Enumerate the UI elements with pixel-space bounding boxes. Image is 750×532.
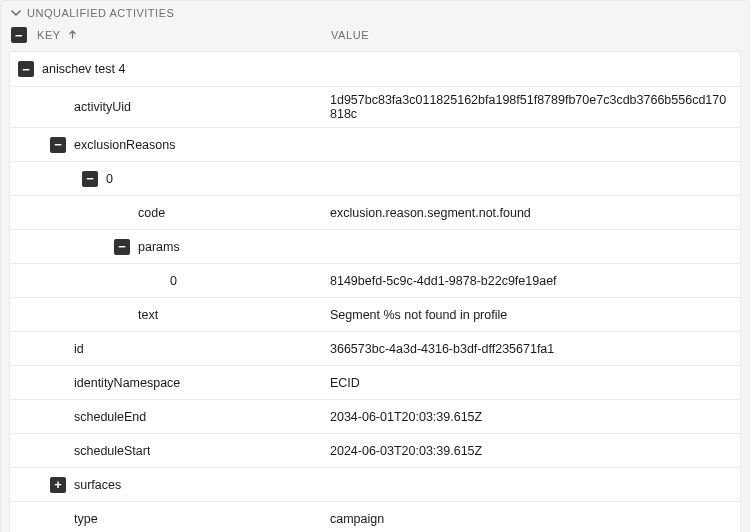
value-cell: 2024-06-03T20:03:39.615Z — [330, 444, 740, 458]
toggle-spacer — [50, 511, 66, 527]
section-header[interactable]: UNQUALIFIED ACTIVITIES — [1, 1, 749, 23]
key-cell: activityUid — [10, 99, 330, 115]
key-cell: type — [10, 511, 330, 527]
tree-view: anischev test 4activityUid1d957bc83fa3c0… — [9, 51, 741, 532]
key-cell: scheduleEnd — [10, 409, 330, 425]
toggle-spacer — [50, 341, 66, 357]
value-cell: 366573bc-4a3d-4316-b3df-dff235671fa1 — [330, 342, 740, 356]
collapse-toggle[interactable] — [50, 137, 66, 153]
key-label: activityUid — [74, 100, 131, 114]
column-header-row: KEY VALUE — [1, 23, 749, 51]
value-cell: 8149befd-5c9c-4dd1-9878-b22c9fe19aef — [330, 274, 740, 288]
toggle-spacer — [114, 307, 130, 323]
key-cell: params — [10, 239, 330, 255]
key-label: surfaces — [74, 478, 121, 492]
key-cell: identityNamespace — [10, 375, 330, 391]
tree-row: exclusionReasons — [10, 127, 740, 161]
tree-row: scheduleStart2024-06-03T20:03:39.615Z — [10, 433, 740, 467]
key-label: scheduleStart — [74, 444, 150, 458]
key-label: code — [138, 206, 165, 220]
section-title: UNQUALIFIED ACTIVITIES — [27, 7, 174, 19]
toggle-spacer — [50, 409, 66, 425]
tree-row: surfaces — [10, 467, 740, 501]
toggle-spacer — [146, 273, 162, 289]
toggle-spacer — [50, 99, 66, 115]
key-label: 0 — [170, 274, 177, 288]
tree-row: activityUid1d957bc83fa3c011825162bfa198f… — [10, 86, 740, 127]
value-cell: ECID — [330, 376, 740, 390]
tree-row: 0 — [10, 161, 740, 195]
collapse-toggle[interactable] — [82, 171, 98, 187]
key-cell: code — [10, 205, 330, 221]
toggle-spacer — [50, 375, 66, 391]
tree-row: textSegment %s not found in profile — [10, 297, 740, 331]
key-label: scheduleEnd — [74, 410, 146, 424]
tree-row: 08149befd-5c9c-4dd1-9878-b22c9fe19aef — [10, 263, 740, 297]
key-label: anischev test 4 — [42, 62, 125, 76]
collapse-toggle[interactable] — [114, 239, 130, 255]
key-label: exclusionReasons — [74, 138, 175, 152]
key-cell: 0 — [10, 273, 330, 289]
value-cell: 2034-06-01T20:03:39.615Z — [330, 410, 740, 424]
key-cell: 0 — [10, 171, 330, 187]
key-cell: exclusionReasons — [10, 137, 330, 153]
tree-row: params — [10, 229, 740, 263]
expand-toggle[interactable] — [50, 477, 66, 493]
value-cell: Segment %s not found in profile — [330, 308, 740, 322]
tree-row: id366573bc-4a3d-4316-b3df-dff235671fa1 — [10, 331, 740, 365]
key-cell: anischev test 4 — [10, 61, 330, 77]
value-cell: campaign — [330, 512, 740, 526]
key-label: text — [138, 308, 158, 322]
key-cell: scheduleStart — [10, 443, 330, 459]
tree-row: codeexclusion.reason.segment.not.found — [10, 195, 740, 229]
column-key-label[interactable]: KEY — [37, 29, 61, 41]
value-cell: exclusion.reason.segment.not.found — [330, 206, 740, 220]
value-cell: 1d957bc83fa3c011825162bfa198f51f8789fb70… — [330, 93, 740, 121]
key-label: 0 — [106, 172, 113, 186]
key-label: type — [74, 512, 98, 526]
key-label: params — [138, 240, 180, 254]
column-value-label[interactable]: VALUE — [331, 29, 369, 41]
tree-row: typecampaign — [10, 501, 740, 532]
tree-row: anischev test 4 — [10, 52, 740, 86]
key-cell: text — [10, 307, 330, 323]
tree-row: identityNamespaceECID — [10, 365, 740, 399]
collapse-all-toggle[interactable] — [11, 27, 27, 43]
toggle-spacer — [114, 205, 130, 221]
collapse-toggle[interactable] — [18, 61, 34, 77]
key-cell: id — [10, 341, 330, 357]
key-cell: surfaces — [10, 477, 330, 493]
chevron-down-icon — [11, 8, 21, 18]
panel-unqualified-activities: UNQUALIFIED ACTIVITIES KEY VALUE anische… — [0, 0, 750, 532]
tree-row: scheduleEnd2034-06-01T20:03:39.615Z — [10, 399, 740, 433]
key-label: id — [74, 342, 84, 356]
sort-ascending-icon — [68, 30, 77, 39]
toggle-spacer — [50, 443, 66, 459]
key-label: identityNamespace — [74, 376, 180, 390]
